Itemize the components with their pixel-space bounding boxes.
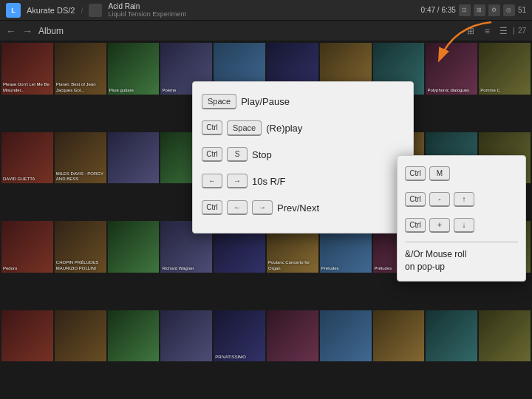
- album-item[interactable]: [373, 310, 425, 362]
- right-arrow-key-2: →: [252, 200, 273, 215]
- album-item[interactable]: MILES DAVIS - PORGY AND BESS: [55, 132, 106, 184]
- detail-view-icon[interactable]: ☰: [497, 24, 510, 38]
- right-arrow-key-1: →: [227, 174, 248, 188]
- minus-key: -: [429, 192, 450, 207]
- ctrl-key-1: Ctrl: [202, 120, 222, 135]
- ctrl-key-3: Ctrl: [202, 200, 222, 215]
- stop-label: Stop: [252, 149, 272, 160]
- album-item[interactable]: Pomme C: [479, 43, 531, 95]
- album-item[interactable]: [1, 310, 53, 362]
- album-item[interactable]: Pluie guitare: [108, 43, 160, 95]
- ctrl-key-2: Ctrl: [202, 147, 222, 162]
- 10s-label: 10s R/F: [252, 176, 286, 187]
- album-title: Pomme C: [480, 88, 529, 93]
- album-item[interactable]: CHOPIN PRÉLUDES MAURIZIO POLLINI: [55, 221, 106, 273]
- album-item[interactable]: [267, 310, 318, 362]
- album-title: Pedoro: [3, 266, 52, 271]
- zoom-label: |: [513, 27, 515, 35]
- prevnext-label: Prev/Next: [277, 202, 319, 214]
- shortcut-ctrl-m: Ctrl M: [405, 163, 518, 184]
- shortcut-replay: Ctrl Space (Re)play: [202, 117, 404, 138]
- space-key-2: Space: [227, 120, 262, 136]
- volume-icon[interactable]: ◎: [503, 4, 515, 16]
- album-item[interactable]: DAVID GUETTA: [1, 132, 53, 184]
- second-bar: ← → Album ⊞ ≡ ☰ | 27: [0, 21, 532, 41]
- down-arrow-key: ↓: [454, 218, 474, 233]
- shortcut-prevnext: Ctrl ← → Prev/Next: [202, 197, 404, 218]
- plus-key: +: [429, 218, 450, 233]
- album-item[interactable]: Polyphonic dialogues: [426, 43, 477, 95]
- album-title: Polyphonic dialogues: [427, 88, 476, 93]
- album-item[interactable]: [108, 132, 160, 184]
- album-title: Please Don't Let Me Be Misunder...: [3, 82, 52, 92]
- app-logo: L: [6, 3, 21, 18]
- album-title: PRIVATISSIMO: [215, 355, 264, 360]
- cast-icon[interactable]: ⊡: [459, 4, 471, 16]
- play-pause-label: Play/Pause: [241, 96, 290, 107]
- album-item[interactable]: [320, 310, 372, 362]
- album-item[interactable]: [426, 310, 477, 362]
- album-item[interactable]: [108, 221, 160, 273]
- album-item[interactable]: [479, 310, 531, 362]
- settings-icon[interactable]: ⚙: [488, 4, 500, 16]
- ctrl-key-5: Ctrl: [405, 192, 426, 207]
- album-title: MILES DAVIS - PORGY AND BESS: [56, 171, 105, 182]
- view-controls: ⊞ ≡ ☰ | 27: [464, 24, 526, 38]
- right-shortcuts-popup: Ctrl M Ctrl - ↑ Ctrl + ↓ &/Or Mouse roll…: [397, 155, 526, 282]
- forward-icon[interactable]: →: [22, 25, 33, 37]
- m-key: M: [429, 166, 450, 181]
- ctrl-key-6: Ctrl: [405, 218, 426, 233]
- shortcut-ctrl-plus: Ctrl + ↓: [405, 215, 518, 236]
- top-bar: L Akurate DS/2 / Acid Rain Liquid Tensio…: [0, 0, 532, 21]
- album-title: CHOPIN PRÉLUDES MAURIZIO POLLINI: [56, 260, 105, 270]
- ctrl-key-4: Ctrl: [405, 166, 426, 181]
- track-title: Acid Rain: [108, 2, 185, 10]
- album-item[interactable]: [160, 310, 212, 362]
- s-key: S: [227, 147, 248, 162]
- back-icon[interactable]: ←: [6, 25, 16, 37]
- album-title: Pluie guitare: [109, 88, 158, 93]
- up-arrow-key: ↑: [454, 192, 474, 207]
- time-display: 0:47 / 6:35: [421, 6, 456, 14]
- track-artist: Liquid Tension Experiment: [108, 10, 185, 18]
- track-thumbnail: [89, 4, 102, 17]
- keyboard-shortcuts-popup: Space Play/Pause Ctrl Space (Re)play Ctr…: [192, 81, 414, 233]
- album-title: Planet: Best of Jean Jacques Gol...: [56, 82, 105, 92]
- list-view-icon[interactable]: ≡: [480, 24, 494, 38]
- album-title: Richard Wagner: [162, 266, 211, 271]
- album-label: Album: [38, 26, 64, 36]
- space-key-1: Space: [202, 94, 236, 109]
- volume-value: 51: [518, 6, 526, 14]
- shortcut-10s: ← → 10s R/F: [202, 171, 404, 191]
- album-item[interactable]: [55, 310, 106, 362]
- separator: /: [81, 6, 83, 15]
- grid-icon[interactable]: ⊞: [474, 4, 485, 16]
- left-arrow-key-1: ←: [202, 174, 222, 188]
- album-item[interactable]: Planet: Best of Jean Jacques Gol...: [55, 43, 106, 95]
- album-title: DAVID GUETTA: [3, 177, 52, 182]
- album-item[interactable]: [108, 310, 160, 362]
- album-item[interactable]: PRIVATISSIMO: [214, 310, 265, 362]
- album-title: Poulanc Concerto for Organ: [268, 260, 317, 270]
- replay-label: (Re)play: [266, 123, 302, 134]
- album-item[interactable]: Pedoro: [1, 221, 53, 273]
- shortcut-stop: Ctrl S Stop: [202, 144, 404, 165]
- app-name: Akurate DS/2: [27, 6, 75, 15]
- shortcut-play-pause: Space Play/Pause: [202, 91, 404, 112]
- grid-view-icon[interactable]: ⊞: [464, 24, 477, 38]
- left-arrow-key-2: ←: [227, 200, 248, 215]
- shortcut-ctrl-minus: Ctrl - ↑: [405, 189, 518, 210]
- zoom-value: 27: [518, 27, 526, 35]
- track-text: Acid Rain Liquid Tension Experiment: [108, 2, 185, 18]
- divider: [405, 242, 518, 242]
- album-item[interactable]: Please Don't Let Me Be Misunder...: [1, 43, 53, 95]
- top-bar-right: 0:47 / 6:35 ⊡ ⊞ ⚙ ◎ 51: [421, 4, 526, 16]
- album-title: Préludes: [321, 266, 370, 271]
- mouse-roll-text: &/Or Mouse rollon pop-up: [405, 248, 518, 273]
- top-bar-left: L Akurate DS/2 / Acid Rain Liquid Tensio…: [6, 2, 421, 18]
